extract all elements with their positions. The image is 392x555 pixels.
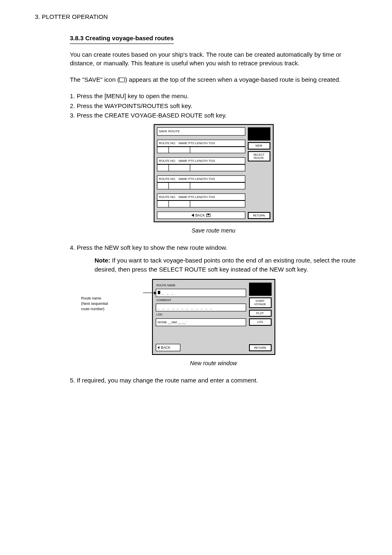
step-3: 3. Press the CREATE VOYAGE-BASED ROUTE s…	[70, 111, 357, 120]
spacer-softkey-top	[248, 127, 270, 140]
back-button[interactable]: BACK	[156, 344, 180, 351]
list-row	[157, 164, 245, 171]
list-row	[157, 147, 245, 154]
comment-label: COMMENT	[157, 298, 246, 302]
route-no-header: ROUTE NO. NAME PTS LENGTH TOG	[157, 193, 245, 200]
triangle-left-icon	[157, 346, 159, 349]
steps-list-cont2: 5. If required, you may change the route…	[70, 376, 357, 385]
plot-softkey[interactable]: PLOT	[249, 310, 272, 317]
note: Note: If you want to tack voyage-based p…	[95, 256, 357, 274]
save-route-screen: SAVE ROUTE ROUTE NO. NAME PTS LENGTH TOG	[154, 124, 274, 222]
route-no-header: ROUTE NO. NAME PTS LENGTH TOG	[157, 140, 245, 147]
screen-title: SAVE ROUTE	[157, 127, 245, 136]
save-icon	[206, 214, 210, 217]
steps-list-cont: 4. Press the NEW soft key to show the ne…	[70, 243, 357, 252]
route-name-field[interactable]: Route name (Next sequential route number…	[156, 289, 246, 297]
note-text: If you want to tack voyage-based points …	[95, 257, 355, 273]
log-field: NONE __NM __.__'	[156, 318, 246, 327]
new-softkey[interactable]: NEW	[248, 142, 270, 150]
section-heading: 3.8.3 Creating voyage-based routes	[70, 34, 174, 44]
cursor	[158, 291, 160, 294]
steps-list: 1. Press the [MENU] key to open the menu…	[70, 92, 357, 120]
figure1-caption: Save route menu	[70, 226, 357, 235]
new-route-screen: ROUTE NAME Route name (Next sequential r…	[152, 279, 275, 355]
note-label: Note:	[95, 257, 110, 264]
return-softkey[interactable]: RETURN	[249, 344, 272, 352]
figure2-caption: New route window	[70, 359, 357, 367]
step-1: 1. Press the [MENU] key to open the menu…	[70, 92, 357, 101]
list-row	[157, 182, 245, 189]
triangle-left-icon	[191, 214, 194, 217]
intro-paragraph: You can create routes based on your ship…	[70, 50, 357, 68]
spacer-softkey-top	[249, 283, 272, 296]
back-button[interactable]: BACK	[157, 212, 245, 219]
step-5: 5. If required, you may change the route…	[70, 376, 357, 385]
start-voyage-softkey[interactable]: START VOYAGE	[249, 297, 272, 308]
return-softkey[interactable]: RETURN	[248, 212, 270, 219]
arrow-caption: Route name (Next sequential route number…	[81, 296, 135, 312]
route-name-label: ROUTE NAME	[157, 283, 246, 288]
route-no-header: ROUTE NO. NAME PTS LENGTH TOG	[157, 175, 245, 182]
step-2: 2. Press the WAYPOINTS/ROUTES soft key.	[70, 101, 357, 111]
list-row	[157, 200, 245, 207]
select-route-softkey[interactable]: SELECT ROUTE	[248, 151, 270, 161]
log-label: LOG	[157, 313, 246, 317]
comment-field[interactable]: _ _ _ _ _ _ _ _ _ _ _ _	[156, 304, 246, 312]
pointer-arrow: Route name (Next sequential route number…	[143, 292, 156, 293]
save-icon-paragraph: The "SAVE" icon () appears at the top of…	[70, 75, 357, 84]
route-no-header: ROUTE NO. NAME PTS LENGTH TOG	[157, 157, 245, 164]
page-header: 3. PLOTTER OPERATION	[35, 12, 357, 21]
save-icon	[119, 78, 125, 82]
log-softkey[interactable]: LOG	[249, 318, 272, 326]
step-4: 4. Press the NEW soft key to show the ne…	[70, 243, 357, 252]
